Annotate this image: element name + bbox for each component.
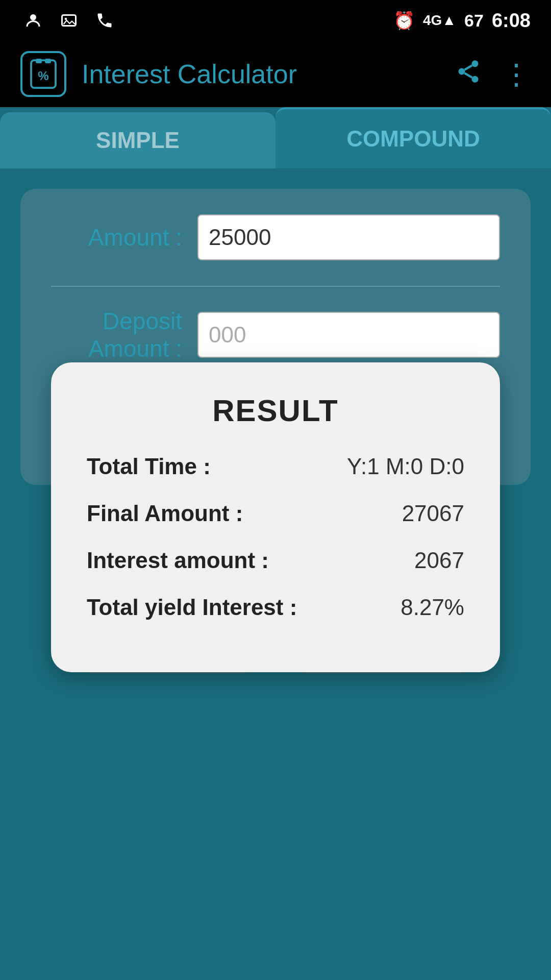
more-vert-icon[interactable]: ⋮ [502, 58, 531, 91]
svg-point-8 [459, 68, 465, 75]
main-content: Amount : Deposit Amount : Per : RESULT T… [0, 168, 551, 505]
person-icon [20, 8, 46, 33]
status-right: ⏰ 4G▲ 67 6:08 [393, 10, 531, 32]
battery-icon: 67 [464, 11, 484, 31]
amount-row: Amount : [51, 214, 500, 260]
phone-icon [92, 8, 117, 33]
interest-amount-label: Interest amount : [87, 548, 269, 573]
tab-compound[interactable]: COMPOUND [276, 107, 551, 168]
total-yield-label: Total yield Interest : [87, 595, 297, 620]
final-amount-label: Final Amount : [87, 501, 243, 526]
total-yield-value: 8.27% [400, 595, 464, 620]
app-title: Interest Calculator [82, 59, 440, 89]
app-bar-actions: ⋮ [455, 58, 531, 91]
svg-point-0 [30, 14, 36, 20]
status-icons [20, 8, 117, 33]
signal-icon: 4G▲ [423, 12, 456, 29]
svg-rect-4 [36, 59, 42, 63]
svg-point-9 [472, 76, 479, 82]
deposit-amount-row: Deposit Amount : [51, 307, 500, 362]
image-icon [56, 8, 82, 33]
interest-amount-row: Interest amount : 2067 [87, 548, 464, 573]
separator-1 [51, 286, 500, 287]
final-amount-value: 27067 [402, 501, 464, 526]
deposit-amount-input[interactable] [197, 312, 500, 358]
total-yield-row: Total yield Interest : 8.27% [87, 595, 464, 620]
final-amount-row: Final Amount : 27067 [87, 501, 464, 526]
svg-line-11 [465, 65, 472, 70]
tab-simple[interactable]: SIMPLE [0, 112, 276, 168]
time-display: 6:08 [492, 10, 531, 32]
form-card: Amount : Deposit Amount : Per : RESULT T… [20, 189, 531, 485]
svg-rect-5 [45, 59, 51, 63]
share-icon[interactable] [455, 58, 482, 90]
result-title: RESULT [87, 393, 464, 428]
result-panel: RESULT Total Time : Y:1 M:0 D:0 Final Am… [51, 362, 500, 672]
total-time-value: Y:1 M:0 D:0 [347, 454, 464, 479]
total-time-label: Total Time : [87, 454, 211, 479]
interest-amount-value: 2067 [414, 548, 464, 573]
total-time-row: Total Time : Y:1 M:0 D:0 [87, 454, 464, 479]
deposit-amount-label: Deposit Amount : [51, 307, 197, 362]
svg-point-7 [472, 60, 479, 67]
app-logo-icon: % [20, 51, 66, 97]
amount-label: Amount : [51, 224, 197, 251]
svg-text:%: % [38, 69, 48, 83]
status-bar: ⏰ 4G▲ 67 6:08 [0, 0, 551, 41]
amount-input[interactable] [197, 214, 500, 260]
tab-bar: SIMPLE COMPOUND [0, 107, 551, 168]
app-bar: % Interest Calculator ⋮ [0, 41, 551, 107]
alarm-icon: ⏰ [393, 10, 415, 31]
svg-line-10 [465, 73, 472, 78]
